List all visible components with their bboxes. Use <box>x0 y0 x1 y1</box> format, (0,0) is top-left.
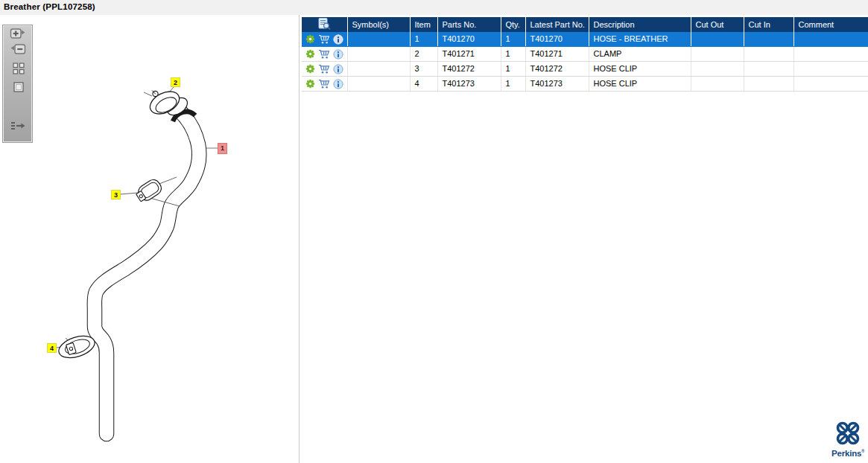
cell-comment <box>793 32 868 47</box>
cell-symbols <box>347 77 410 92</box>
header-cell-qty: Qty. <box>501 17 525 32</box>
part-info-icon[interactable] <box>333 49 343 60</box>
cell-item: 1 <box>410 32 437 47</box>
cell-cut-out <box>691 32 744 47</box>
cell-qty: 1 <box>501 32 525 47</box>
cell-item: 2 <box>410 47 437 62</box>
table-row[interactable]: 4 T401273 1 T401273 HOSE CLIP <box>302 77 868 92</box>
toggle-parts-list-button[interactable] <box>10 119 27 133</box>
table-row[interactable]: 1 T401270 1 T401270 HOSE - BREATHER <box>302 32 868 47</box>
part-info-icon[interactable] <box>333 79 343 89</box>
table-row[interactable]: 2 T401271 1 T401271 CLAMP <box>302 47 868 62</box>
header-cell-item: Item <box>410 17 437 32</box>
header-cell-description: Description <box>589 17 691 32</box>
cell-symbols <box>347 62 410 77</box>
perkins-logo-icon <box>831 420 864 447</box>
parts-table-body: 1 T401270 1 T401270 HOSE - BREATHER <box>302 32 868 92</box>
zoom-out-icon <box>10 43 27 57</box>
cell-latest-part-no: T401272 <box>525 62 589 77</box>
breather-hose-diagram <box>0 0 299 463</box>
perkins-logo: Perkins® <box>831 420 864 458</box>
cell-description: HOSE - BREATHER <box>589 32 691 47</box>
header-cell-symbols: Symbol(s) <box>347 17 410 32</box>
callout-item-1[interactable]: 1 <box>218 143 227 154</box>
diagram-part-hose-clip-3[interactable] <box>134 177 164 204</box>
add-to-cart-icon[interactable] <box>318 49 330 59</box>
cell-qty: 1 <box>501 77 525 92</box>
cell-cut-in <box>744 32 793 47</box>
header-cell-latest-part-no: Latest Part No. <box>525 17 589 32</box>
header-cell-parts-no: Parts No. <box>437 17 501 32</box>
add-to-cart-icon[interactable] <box>318 64 330 74</box>
add-to-cart-icon[interactable] <box>318 34 330 44</box>
cell-actions <box>302 47 347 62</box>
callout-item-4[interactable]: 4 <box>47 343 57 353</box>
diagram-toolbar <box>2 25 33 143</box>
thumbnail-view-icon <box>12 62 29 75</box>
zoom-in-button[interactable] <box>10 28 27 42</box>
config-gear-icon[interactable] <box>305 64 315 74</box>
cell-description: CLAMP <box>589 47 691 62</box>
table-row[interactable]: 3 T401272 1 T401272 HOSE CLIP <box>302 62 868 77</box>
cell-cut-out <box>691 47 744 62</box>
header-cell-actions <box>302 17 347 32</box>
cell-cut-out <box>691 62 744 77</box>
table-header-row: Symbol(s) Item Parts No. Qty. Latest Par… <box>302 17 868 32</box>
add-to-cart-icon[interactable] <box>318 79 330 89</box>
cell-actions <box>302 32 347 47</box>
cell-latest-part-no: T401273 <box>525 77 589 92</box>
cell-qty: 1 <box>501 47 525 62</box>
cell-cut-in <box>744 77 793 92</box>
config-gear-icon[interactable] <box>305 79 315 89</box>
diagram-part-hose[interactable] <box>95 95 199 434</box>
cell-comment <box>793 62 868 77</box>
cell-latest-part-no: T401270 <box>525 32 589 47</box>
panel-divider <box>299 15 300 463</box>
cell-cut-in <box>744 47 793 62</box>
header-cell-comment: Comment <box>793 17 868 32</box>
cell-cut-out <box>691 77 744 92</box>
cell-item: 4 <box>410 77 437 92</box>
config-gear-icon[interactable] <box>305 49 315 59</box>
callout-item-2[interactable]: 2 <box>171 77 180 87</box>
cell-actions <box>302 62 347 77</box>
header-cell-cut-out: Cut Out <box>691 17 744 32</box>
cell-parts-no: T401270 <box>437 32 501 47</box>
cell-description: HOSE CLIP <box>589 62 691 77</box>
perkins-logo-text: Perkins® <box>831 447 864 458</box>
cell-symbols <box>347 47 410 62</box>
thumbnail-view-button[interactable] <box>12 62 29 76</box>
part-info-icon[interactable] <box>333 34 343 45</box>
config-gear-icon[interactable] <box>305 34 315 44</box>
cell-comment <box>793 77 868 92</box>
cell-qty: 1 <box>501 62 525 77</box>
cell-latest-part-no: T401271 <box>525 47 589 62</box>
zoom-out-button[interactable] <box>10 43 27 57</box>
zoom-in-icon <box>10 28 27 42</box>
cell-comment <box>793 47 868 62</box>
fit-view-button[interactable] <box>12 80 29 95</box>
fit-view-icon <box>12 80 29 94</box>
callout-item-3[interactable]: 3 <box>111 190 121 199</box>
header-cell-cut-in: Cut In <box>744 17 793 32</box>
view-document-icon <box>318 23 331 32</box>
parts-table: Symbol(s) Item Parts No. Qty. Latest Par… <box>302 17 868 92</box>
cell-item: 3 <box>410 62 437 77</box>
cell-parts-no: T401271 <box>437 47 501 62</box>
cell-symbols <box>347 32 410 47</box>
part-info-icon[interactable] <box>333 64 343 74</box>
cell-parts-no: T401273 <box>437 77 501 92</box>
cell-parts-no: T401272 <box>437 62 501 77</box>
cell-cut-in <box>744 62 793 77</box>
cell-description: HOSE CLIP <box>589 77 691 92</box>
toggle-parts-list-icon <box>10 119 27 133</box>
cell-actions <box>302 77 347 92</box>
